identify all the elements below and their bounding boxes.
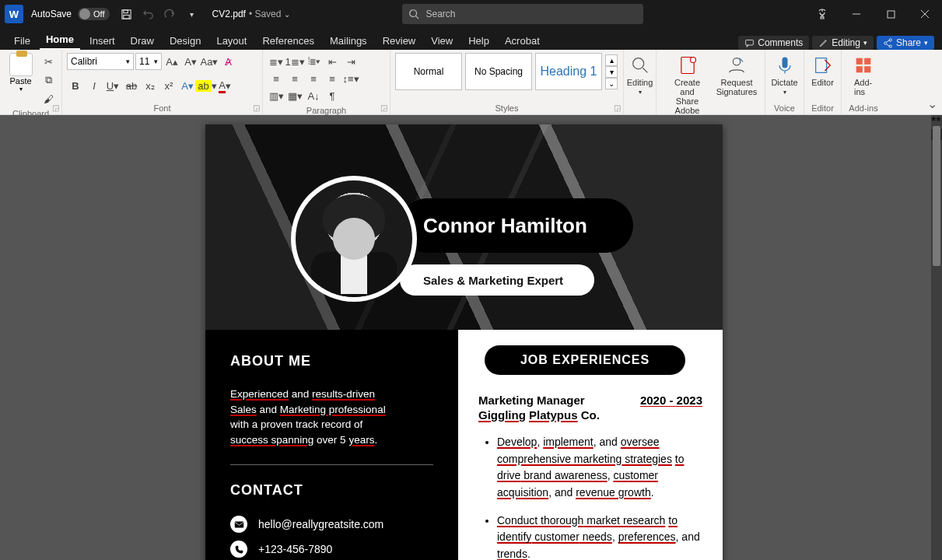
align-right-icon[interactable]: ≡ <box>305 70 322 87</box>
paste-button[interactable]: Paste ▾ <box>5 53 37 107</box>
vertical-scrollbar[interactable]: ** ▴ <box>931 115 942 560</box>
line-spacing-icon[interactable]: ↕≡▾ <box>342 70 359 87</box>
tab-references[interactable]: References <box>256 32 320 50</box>
paste-label: Paste <box>9 76 31 86</box>
autosave-label: AutoSave <box>31 9 72 19</box>
text-effects-icon[interactable]: A▾ <box>179 78 196 95</box>
doc-dropdown-icon[interactable]: ⌄ <box>281 3 293 25</box>
numbering-icon[interactable]: 1≣▾ <box>286 53 303 70</box>
borders-icon[interactable]: ▦▾ <box>286 87 303 104</box>
clipboard-launcher-icon[interactable]: ◲ <box>52 103 59 112</box>
shrink-font-icon[interactable]: A▾ <box>182 53 199 70</box>
style-heading1[interactable]: Heading 1 <box>535 53 602 90</box>
editor-button[interactable]: Editor <box>809 53 836 89</box>
bullets-icon[interactable]: ≣▾ <box>268 53 285 70</box>
job-bullet-1: Develop, implement, and oversee comprehe… <box>497 434 702 502</box>
multilevel-list-icon[interactable]: ⦙≣▾ <box>305 53 322 70</box>
document-page[interactable]: Connor Hamilton Sales & Marketing Expert… <box>205 124 723 560</box>
share-button[interactable]: Share▾ <box>877 36 934 50</box>
search-input[interactable]: Search <box>402 4 643 24</box>
show-hide-icon[interactable]: ¶ <box>324 87 341 104</box>
addins-label: Add-ins <box>854 78 873 96</box>
avatar-photo <box>296 180 412 297</box>
tab-help[interactable]: Help <box>462 32 496 50</box>
decrease-indent-icon[interactable]: ⇤ <box>324 53 341 70</box>
font-name-combo[interactable]: Calibri▾ <box>67 53 134 70</box>
styles-scroll-down-icon[interactable]: ▾ <box>605 66 618 78</box>
tab-acrobat[interactable]: Acrobat <box>499 32 546 50</box>
editor-icon <box>812 54 834 76</box>
cut-icon[interactable]: ✂ <box>40 53 57 70</box>
addins-button[interactable]: Add-ins <box>846 53 881 98</box>
superscript-icon[interactable]: x² <box>160 78 177 95</box>
window-minimize-icon[interactable] <box>839 0 874 28</box>
paragraph-launcher-icon[interactable]: ◲ <box>380 103 387 112</box>
tab-mailings[interactable]: Mailings <box>324 32 373 50</box>
svg-rect-2 <box>124 15 130 19</box>
undo-icon[interactable] <box>138 3 159 25</box>
svg-rect-18 <box>864 66 870 72</box>
scroll-thumb[interactable] <box>933 126 940 266</box>
help-tip-icon[interactable] <box>805 0 839 28</box>
tab-view[interactable]: View <box>425 32 459 50</box>
contact-email-row: hello@reallygreatsite.com <box>230 516 433 533</box>
change-case-icon[interactable]: Aa▾ <box>201 53 218 70</box>
clear-formatting-icon[interactable]: A̷ <box>219 53 236 70</box>
align-center-icon[interactable]: ≡ <box>286 70 303 87</box>
subscript-icon[interactable]: x₂ <box>142 78 159 95</box>
font-size-combo[interactable]: 11▾ <box>135 53 162 70</box>
contact-heading: CONTACT <box>230 482 433 499</box>
tab-home[interactable]: Home <box>40 30 80 50</box>
styles-scroll-up-icon[interactable]: ▴ <box>605 54 618 66</box>
font-launcher-icon[interactable]: ◲ <box>253 103 260 112</box>
italic-icon[interactable]: I <box>86 78 103 95</box>
dictate-button[interactable]: Dictate▾ <box>770 53 799 97</box>
contact-phone-row: +123-456-7890 <box>230 541 433 558</box>
sort-icon[interactable]: A↓ <box>305 87 322 104</box>
tab-review[interactable]: Review <box>376 32 422 50</box>
svg-rect-17 <box>856 66 863 72</box>
tab-design[interactable]: Design <box>163 32 207 50</box>
font-color-icon[interactable]: A▾ <box>216 78 233 95</box>
tab-draw[interactable]: Draw <box>124 32 160 50</box>
paste-icon <box>9 53 33 76</box>
applicant-name: Connor Hamilton <box>423 214 587 238</box>
underline-icon[interactable]: U▾ <box>104 78 121 95</box>
increase-indent-icon[interactable]: ⇥ <box>342 53 359 70</box>
tab-insert[interactable]: Insert <box>83 32 121 50</box>
bold-icon[interactable]: B <box>67 78 84 95</box>
redo-icon[interactable] <box>159 3 181 25</box>
style-normal[interactable]: Normal <box>395 53 462 90</box>
tab-file[interactable]: File <box>8 32 37 50</box>
autosave-toggle[interactable]: Off <box>78 8 109 20</box>
style-no-spacing[interactable]: No Spacing <box>465 53 532 90</box>
justify-icon[interactable]: ≡ <box>324 70 341 87</box>
grow-font-icon[interactable]: A▴ <box>163 53 180 70</box>
strikethrough-icon[interactable]: ab <box>123 78 140 95</box>
paragraph-group-label: Paragraph <box>268 104 385 115</box>
styles-launcher-icon[interactable]: ◲ <box>614 103 621 112</box>
document-title[interactable]: CV2.pdf <box>212 9 246 19</box>
shading-icon[interactable]: ▥▾ <box>268 87 285 104</box>
ribbon-collapse-icon[interactable]: ⌄ <box>927 96 937 111</box>
request-sig-label: Request Signatures <box>716 78 758 96</box>
about-text: Experienced and results-driven Sales and… <box>230 387 433 447</box>
font-group-label: Font <box>67 102 257 113</box>
comments-button[interactable]: Comments <box>738 36 809 50</box>
pdf-icon <box>677 54 699 76</box>
styles-group-label: Styles <box>395 102 618 113</box>
tab-layout[interactable]: Layout <box>210 32 253 50</box>
editing-dropdown[interactable]: Editing▾ <box>629 53 651 97</box>
svg-rect-4 <box>888 11 895 18</box>
styles-expand-icon[interactable]: ⌄ <box>605 78 618 89</box>
window-close-icon[interactable] <box>908 0 942 28</box>
save-icon[interactable] <box>116 3 138 25</box>
editing-mode-button[interactable]: Editing▾ <box>812 36 874 50</box>
window-maximize-icon[interactable] <box>874 0 908 28</box>
highlight-icon[interactable]: ab▾ <box>198 78 215 95</box>
copy-icon[interactable]: ⧉ <box>40 72 57 89</box>
email-value: hello@reallygreatsite.com <box>258 518 383 530</box>
align-left-icon[interactable]: ≡ <box>268 70 285 87</box>
qat-customize-icon[interactable]: ▾ <box>181 3 203 25</box>
divider <box>230 464 433 465</box>
